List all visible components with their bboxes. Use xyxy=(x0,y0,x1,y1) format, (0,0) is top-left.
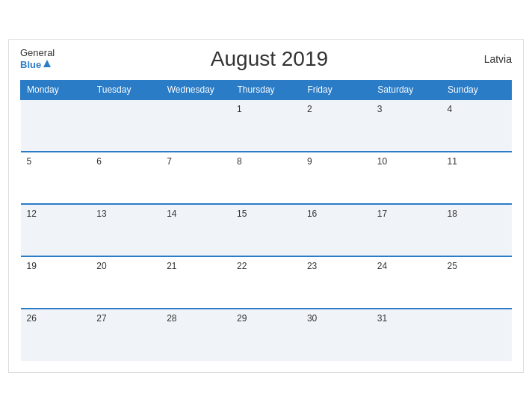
weekday-header-cell: Sunday xyxy=(442,80,512,99)
logo-general-text: General xyxy=(20,47,55,59)
day-number: 21 xyxy=(167,261,176,271)
day-cell: 16 xyxy=(301,204,371,256)
calendar-thead: MondayTuesdayWednesdayThursdayFridaySatu… xyxy=(21,80,512,99)
day-cell: 25 xyxy=(442,256,512,309)
weekday-header-cell: Thursday xyxy=(231,80,301,99)
day-number: 13 xyxy=(96,208,106,219)
day-number: 8 xyxy=(237,156,242,167)
day-cell: 26 xyxy=(21,309,91,361)
day-number: 5 xyxy=(27,156,32,167)
day-number: 9 xyxy=(307,156,312,167)
day-cell: 29 xyxy=(231,309,301,361)
week-row: 1234 xyxy=(21,99,512,152)
day-cell: 3 xyxy=(371,99,442,152)
day-number: 11 xyxy=(448,156,457,167)
day-cell xyxy=(161,99,231,152)
day-cell: 4 xyxy=(442,99,512,152)
day-number: 2 xyxy=(307,104,312,114)
day-cell: 6 xyxy=(90,152,161,204)
day-cell: 2 xyxy=(301,99,371,152)
day-number: 1 xyxy=(237,104,242,114)
calendar-title: August 2019 xyxy=(55,47,483,71)
day-cell: 18 xyxy=(442,204,512,256)
weekday-header-cell: Tuesday xyxy=(90,80,161,99)
calendar: General Blue August 2019 Latvia MondayTu… xyxy=(8,39,524,373)
day-number: 14 xyxy=(167,208,176,219)
day-cell: 8 xyxy=(231,152,301,204)
weekday-header-cell: Saturday xyxy=(371,80,442,99)
logo: General Blue xyxy=(20,47,55,70)
day-cell: 12 xyxy=(21,204,91,256)
day-number: 3 xyxy=(377,104,383,114)
day-cell: 20 xyxy=(90,256,161,309)
day-cell xyxy=(21,99,91,152)
day-cell xyxy=(442,309,512,361)
week-row: 12131415161718 xyxy=(21,204,512,256)
day-number: 30 xyxy=(307,313,317,324)
weekday-header-cell: Friday xyxy=(301,80,371,99)
day-cell: 21 xyxy=(161,256,231,309)
weekday-header-row: MondayTuesdayWednesdayThursdayFridaySatu… xyxy=(21,80,512,99)
day-number: 29 xyxy=(237,313,247,324)
day-number: 17 xyxy=(377,208,387,219)
weekday-header-cell: Monday xyxy=(21,80,91,99)
day-number: 10 xyxy=(377,156,387,167)
day-cell: 1 xyxy=(231,99,301,152)
day-number: 27 xyxy=(96,313,106,324)
day-number: 18 xyxy=(448,208,457,219)
weekday-header-cell: Wednesday xyxy=(161,80,231,99)
day-number: 28 xyxy=(167,313,176,324)
day-cell: 7 xyxy=(161,152,231,204)
day-cell: 22 xyxy=(231,256,301,309)
day-number: 24 xyxy=(377,261,387,271)
day-cell xyxy=(90,99,161,152)
day-number: 6 xyxy=(96,156,102,167)
week-row: 262728293031 xyxy=(21,309,512,361)
day-number: 25 xyxy=(448,261,457,271)
day-number: 19 xyxy=(27,261,37,271)
day-number: 7 xyxy=(167,156,172,167)
day-number: 15 xyxy=(237,208,247,219)
day-cell: 9 xyxy=(301,152,371,204)
day-cell: 17 xyxy=(371,204,442,256)
week-row: 567891011 xyxy=(21,152,512,204)
day-number: 12 xyxy=(27,208,37,219)
calendar-tbody: 1234567891011121314151617181920212223242… xyxy=(21,99,512,361)
logo-triangle-icon xyxy=(43,59,52,68)
day-number: 31 xyxy=(377,313,387,324)
calendar-table: MondayTuesdayWednesdayThursdayFridaySatu… xyxy=(20,80,512,361)
calendar-country: Latvia xyxy=(484,53,512,65)
day-cell: 31 xyxy=(371,309,442,361)
day-cell: 23 xyxy=(301,256,371,309)
day-cell: 30 xyxy=(301,309,371,361)
day-number: 22 xyxy=(237,261,247,271)
day-cell: 11 xyxy=(442,152,512,204)
day-number: 26 xyxy=(27,313,37,324)
day-cell: 27 xyxy=(90,309,161,361)
week-row: 19202122232425 xyxy=(21,256,512,309)
day-number: 20 xyxy=(96,261,106,271)
day-number: 23 xyxy=(307,261,317,271)
day-number: 16 xyxy=(307,208,317,219)
svg-marker-0 xyxy=(43,60,51,67)
day-cell: 19 xyxy=(21,256,91,309)
day-cell: 5 xyxy=(21,152,91,204)
day-cell: 28 xyxy=(161,309,231,361)
day-cell: 14 xyxy=(161,204,231,256)
calendar-header: General Blue August 2019 Latvia xyxy=(20,47,512,71)
day-cell: 15 xyxy=(231,204,301,256)
logo-blue-text: Blue xyxy=(20,59,41,71)
day-cell: 24 xyxy=(371,256,442,309)
day-number: 4 xyxy=(448,104,453,114)
day-cell: 13 xyxy=(90,204,161,256)
day-cell: 10 xyxy=(371,152,442,204)
